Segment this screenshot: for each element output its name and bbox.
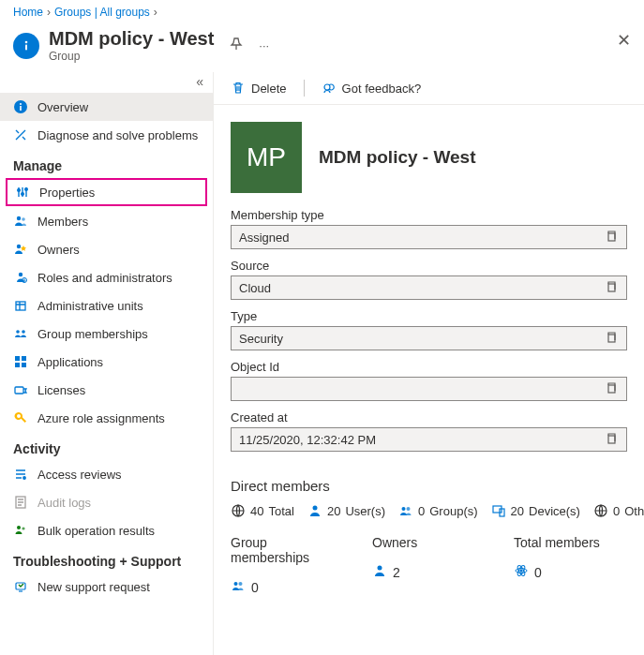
bulk-icon	[13, 523, 28, 538]
sidebar-item-diagnose-and-solve-problems[interactable]: Diagnose and solve problems	[0, 121, 213, 149]
page-subtitle: Group	[49, 50, 214, 63]
field-object-id: Object Id	[231, 360, 627, 401]
sidebar-item-new-support-request[interactable]: New support request	[0, 573, 213, 601]
diagnose-icon	[13, 127, 28, 142]
stat-others[interactable]: 0Other(s)	[593, 503, 644, 518]
svg-rect-29	[608, 335, 615, 342]
summary-total-members: Total members0	[514, 535, 627, 596]
sidebar-item-roles-and-administrators[interactable]: Roles and administrators	[0, 263, 213, 291]
svg-point-6	[22, 193, 24, 196]
owners-icon	[13, 242, 28, 257]
auditlogs-icon	[13, 495, 28, 510]
breadcrumb-link[interactable]: Home	[13, 6, 43, 19]
sidebar-item-label: Overview	[37, 100, 88, 114]
svg-point-5	[18, 189, 21, 192]
summary-value[interactable]: 2	[372, 563, 486, 581]
svg-rect-17	[22, 356, 26, 361]
properties-icon	[15, 185, 30, 200]
field-value: Cloud	[239, 281, 604, 295]
roles-icon	[13, 270, 28, 285]
svg-rect-1	[25, 44, 27, 50]
svg-rect-30	[608, 385, 615, 393]
svg-point-7	[25, 188, 28, 191]
sidebar-item-owners[interactable]: Owners	[0, 235, 213, 263]
divider	[304, 80, 305, 97]
summary-number: 0	[534, 565, 542, 580]
summary-label: Group memberships	[231, 535, 344, 565]
sidebar-item-azure-role-assignments[interactable]: Azure role assignments	[0, 404, 213, 432]
field-value-row: Security	[231, 326, 627, 350]
svg-point-34	[402, 507, 406, 511]
sidebar-item-label: Diagnose and solve problems	[37, 128, 198, 142]
sidebar-item-overview[interactable]: Overview	[0, 93, 213, 121]
sidebar-item-licenses[interactable]: Licenses	[0, 376, 213, 404]
feedback-button[interactable]: Got feedback?	[322, 81, 422, 96]
sidebar-item-label: New support request	[37, 580, 150, 594]
summary-number: 0	[251, 580, 259, 595]
pin-icon[interactable]	[229, 37, 244, 54]
group-blue-icon	[231, 578, 246, 596]
close-icon[interactable]: ✕	[617, 30, 631, 51]
svg-point-41	[378, 566, 382, 571]
copy-icon[interactable]	[604, 431, 619, 449]
summary-row: Group memberships0Owners2Total members0	[214, 535, 644, 596]
copy-icon[interactable]	[604, 279, 619, 297]
copy-icon[interactable]	[604, 330, 619, 348]
svg-point-39	[234, 582, 238, 586]
sidebar-item-label: Roles and administrators	[37, 271, 172, 285]
sidebar-item-audit-logs[interactable]: Audit logs	[0, 488, 213, 516]
field-value-row	[231, 377, 627, 401]
svg-rect-27	[608, 233, 615, 241]
copy-icon[interactable]	[604, 380, 619, 398]
sidebar-item-access-reviews[interactable]: Access reviews	[0, 460, 213, 488]
svg-point-24	[22, 527, 24, 529]
feedback-icon	[322, 81, 337, 96]
sidebar-item-members[interactable]: Members	[0, 207, 213, 235]
stat-number: 40	[250, 504, 263, 518]
stat-label: Total	[268, 504, 293, 518]
summary-value[interactable]: 0	[514, 563, 627, 581]
svg-point-0	[25, 40, 28, 43]
delete-button[interactable]: Delete	[231, 81, 287, 96]
copy-icon[interactable]	[604, 229, 619, 246]
info-icon	[13, 99, 28, 114]
breadcrumb-link[interactable]: Groups | All groups	[54, 6, 150, 19]
svg-point-33	[312, 506, 317, 511]
sidebar-item-label: Licenses	[37, 383, 85, 397]
stat-users[interactable]: 20User(s)	[307, 503, 385, 518]
summary-value[interactable]: 0	[231, 578, 344, 596]
svg-point-8	[17, 216, 21, 220]
sidebar-item-administrative-units[interactable]: Administrative units	[0, 291, 213, 320]
sidebar-item-bulk-operation-results[interactable]: Bulk operation results	[0, 516, 213, 544]
more-icon[interactable]: ···	[259, 38, 269, 52]
device-icon	[491, 503, 506, 518]
stat-label: Group(s)	[429, 504, 477, 518]
svg-rect-18	[15, 363, 20, 367]
svg-point-23	[17, 526, 21, 529]
field-value: Security	[239, 332, 604, 346]
svg-rect-19	[22, 363, 26, 367]
accessreviews-icon	[13, 467, 28, 482]
stat-total[interactable]: 40Total	[231, 503, 294, 518]
stat-devices[interactable]: 20Device(s)	[491, 503, 580, 518]
user-blue-icon	[307, 503, 322, 518]
support-icon	[13, 579, 28, 594]
svg-point-11	[19, 273, 22, 276]
sidebar-item-label: Properties	[39, 186, 95, 200]
svg-point-14	[16, 330, 20, 334]
stat-label: Other(s)	[624, 504, 644, 518]
page-header: MDM policy - West Group ··· ✕	[0, 24, 644, 72]
sidebar-item-applications[interactable]: Applications	[0, 348, 213, 376]
sidebar-item-label: Azure role assignments	[37, 411, 165, 425]
svg-rect-28	[608, 284, 615, 291]
collapse-button[interactable]: «	[0, 72, 213, 93]
sidebar-item-properties[interactable]: Properties	[6, 178, 207, 206]
svg-rect-20	[15, 387, 23, 394]
delete-icon	[231, 81, 246, 96]
sidebar-item-label: Access reviews	[37, 468, 122, 482]
sidebar-item-group-memberships[interactable]: Group memberships	[0, 320, 213, 348]
stat-groups[interactable]: 0Group(s)	[398, 503, 478, 518]
stat-number: 20	[327, 504, 340, 518]
field-label: Membership type	[231, 208, 627, 222]
svg-point-21	[23, 477, 25, 479]
